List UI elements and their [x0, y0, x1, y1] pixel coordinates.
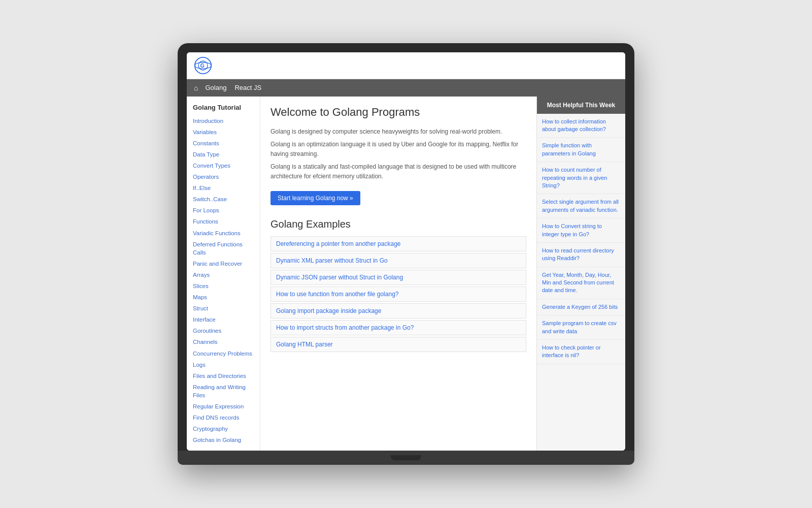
sidebar-item-regex[interactable]: Regular Expression [187, 401, 260, 412]
helpful-item-1[interactable]: Simple function with parameters in Golan… [537, 138, 625, 162]
sidebar-item-dns[interactable]: Find DNS records [187, 412, 260, 423]
right-sidebar-header: Most Helpful This Week [537, 97, 625, 114]
sidebar-item-files[interactable]: Files and Directories [187, 370, 260, 382]
helpful-item-8[interactable]: Sample program to create csv and write d… [537, 315, 625, 340]
intro-para-3: Golang is a statically and fast-compiled… [270, 162, 526, 181]
svg-text:G: G [200, 62, 205, 68]
sidebar-item-introduction[interactable]: Introduction [187, 115, 260, 126]
sidebar-item-constants[interactable]: Constants [187, 138, 260, 149]
intro-para-1: Golang is designed by computer science h… [270, 127, 526, 137]
sidebar-item-logs[interactable]: Logs [187, 359, 260, 370]
helpful-item-4[interactable]: How to Convert string to integer type in… [537, 218, 625, 243]
sidebar-item-forloops[interactable]: For Loops [187, 205, 260, 216]
sidebar-item-interface[interactable]: Interface [187, 314, 260, 325]
helpful-item-3[interactable]: Select single argument from all argument… [537, 194, 625, 218]
sidebar-item-deferred[interactable]: Deferred Functions Calls [187, 239, 260, 258]
example-item-0[interactable]: Dereferencing a pointer from another pac… [270, 236, 526, 251]
sidebar-item-goroutines[interactable]: Goroutines [187, 325, 260, 336]
intro-para-2: Golang is an optimization language it is… [270, 140, 526, 159]
sidebar-item-switchcase[interactable]: Switch..Case [187, 194, 260, 205]
sidebar-item-concurrency[interactable]: Concurrency Problems [187, 348, 260, 359]
sidebar-title: Golang Tutorial [187, 102, 260, 115]
sidebar-item-datatype[interactable]: Data Type [187, 149, 260, 160]
example-item-2[interactable]: Dynamic JSON parser without Struct in Go… [270, 270, 526, 285]
sidebar-item-channels[interactable]: Channels [187, 336, 260, 347]
nav-item-reactjs[interactable]: React JS [234, 81, 261, 94]
sidebar-item-crypto[interactable]: Cryptography [187, 423, 260, 434]
examples-title: Golang Examples [270, 218, 526, 230]
sidebar-item-functions[interactable]: Functions [187, 216, 260, 227]
laptop-notch [391, 455, 421, 460]
sidebar-item-arrays[interactable]: Arrays [187, 269, 260, 280]
cta-button[interactable]: Start learning Golang now » [270, 191, 360, 205]
nav-bar: ⌂ Golang React JS [187, 79, 625, 97]
example-item-3[interactable]: How to use function from another file go… [270, 287, 526, 302]
sidebar-item-struct[interactable]: Struct [187, 303, 260, 314]
home-nav-item[interactable]: ⌂ [194, 81, 198, 95]
sidebar-item-variadic[interactable]: Variadic Functions [187, 228, 260, 239]
example-item-1[interactable]: Dynamic XML parser without Struct in Go [270, 253, 526, 268]
laptop-frame: G ⌂ Golang React JS Golang Tutorial Intr… [178, 43, 634, 465]
right-sidebar: Most Helpful This Week How to collect in… [536, 97, 625, 451]
example-list: Dereferencing a pointer from another pac… [270, 236, 526, 352]
site-header: G [187, 52, 625, 79]
helpful-item-2[interactable]: How to count number of repeating words i… [537, 162, 625, 194]
sidebar-item-panic[interactable]: Panic and Recover [187, 258, 260, 269]
helpful-item-9[interactable]: How to check pointer or interface is nil… [537, 340, 625, 364]
sidebar-item-converttypes[interactable]: Convert Types [187, 160, 260, 171]
helpful-item-0[interactable]: How to collect information about garbage… [537, 114, 625, 138]
sidebar: Golang Tutorial Introduction Variables C… [187, 97, 260, 451]
sidebar-item-operators[interactable]: Operators [187, 171, 260, 182]
sidebar-item-ifelse[interactable]: If..Else [187, 182, 260, 194]
nav-item-golang[interactable]: Golang [205, 81, 226, 94]
sidebar-item-maps[interactable]: Maps [187, 292, 260, 303]
sidebar-item-variables[interactable]: Variables [187, 126, 260, 138]
helpful-item-6[interactable]: Get Year, Month, Day, Hour, Min and Seco… [537, 267, 625, 299]
page-title: Welcome to Golang Programs [270, 106, 526, 119]
sidebar-item-readwrite[interactable]: Reading and Writing Files [187, 382, 260, 401]
sidebar-item-slices[interactable]: Slices [187, 280, 260, 292]
helpful-item-7[interactable]: Generate a Keygen of 256 bits [537, 299, 625, 315]
helpful-item-5[interactable]: How to read current directory using Read… [537, 243, 625, 267]
laptop-screen: G ⌂ Golang React JS Golang Tutorial Intr… [187, 52, 625, 451]
laptop-base [178, 451, 634, 465]
example-item-4[interactable]: Golang import package inside package [270, 303, 526, 319]
main-layout: Golang Tutorial Introduction Variables C… [187, 97, 625, 451]
main-content: Welcome to Golang Programs Golang is des… [260, 97, 536, 451]
logo: G [194, 56, 212, 75]
example-item-6[interactable]: Golang HTML parser [270, 337, 526, 352]
example-item-5[interactable]: How to import structs from another packa… [270, 320, 526, 335]
sidebar-item-gotchas[interactable]: Gotchas in Golang [187, 434, 260, 446]
